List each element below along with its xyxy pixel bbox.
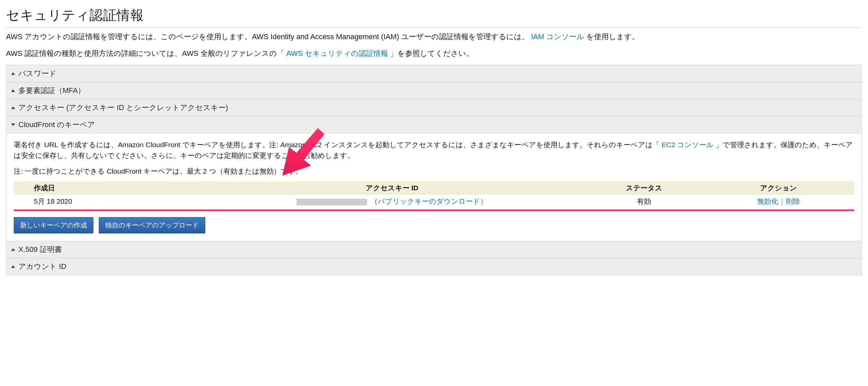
cloudfront-description-1: 署名付き URL を作成するには、Amazon CloudFront でキーペア… [14,139,854,161]
page-title: セキュリティ認証情報 [6,6,862,25]
download-public-key-link[interactable]: （パブリックキーのダウンロード） [371,197,487,205]
disable-link[interactable]: 無効化 [757,197,778,205]
caret-up-icon [11,72,15,75]
accordion-label: CloudFront のキーペア [19,120,95,130]
accordion-item-cloudfront: CloudFront のキーペア 署名付き URL を作成するには、Amazon… [6,116,862,241]
caret-down-icon [11,124,15,126]
accordion-item-mfa: 多要素認証（MFA） [6,82,862,99]
caret-up-icon [11,248,15,251]
cell-status: 有効 [585,195,703,208]
cell-access-key-id: （パブリックキーのダウンロード） [198,195,585,208]
desc-text: 署名付き URL を作成するには、Amazon CloudFront でキーペア… [14,141,662,148]
accordion-header-mfa[interactable]: 多要素認証（MFA） [6,82,862,99]
col-header-created: 作成日 [14,181,198,195]
redacted-key-id [297,199,367,205]
button-row: 新しいキーペアの作成 独自のキーペアのアップロード [14,217,854,234]
intro-section: AWS アカウントの認証情報を管理するには、このページを使用します。AWS Id… [6,27,862,59]
caret-up-icon [11,265,15,268]
intro-paragraph-2: AWS 認証情報の種類と使用方法の詳細については、AWS 全般のリファレンスの「… [6,48,862,59]
accordion-label: X.509 証明書 [19,245,62,254]
intro-text: を使用します。 [584,32,639,41]
iam-console-link[interactable]: IAM コンソール [531,32,584,41]
intro-text: AWS アカウントの認証情報を管理するには、このページを使用します。AWS Id… [6,32,531,41]
ec2-console-link[interactable]: EC2 コンソール [662,141,714,148]
accordion-header-password[interactable]: パスワード [6,65,862,82]
accordion-item-password: パスワード [6,65,862,82]
cell-created: 5月 18 2020 [14,195,198,208]
table-header-row: 作成日 アクセスキー ID ステータス アクション [14,181,854,195]
table-row: 5月 18 2020 （パブリックキーのダウンロード） 有効 無効化 | 削除 [14,195,854,208]
annotation-underline [14,209,854,211]
cell-action: 無効化 | 削除 [703,195,854,208]
aws-security-credentials-link[interactable]: AWS セキュリティの認証情報 [286,49,388,58]
col-header-action: アクション [703,181,854,195]
accordion-header-account-id[interactable]: アカウント ID [6,258,862,275]
accordion-item-access-keys: アクセスキー (アクセスキー ID とシークレットアクセスキー) [6,99,862,116]
accordion-label: パスワード [19,69,57,79]
accordion-item-account-id: アカウント ID [6,258,862,275]
accordion-header-cloudfront[interactable]: CloudFront のキーペア [6,116,862,133]
intro-text: AWS 認証情報の種類と使用方法の詳細については、AWS 全般のリファレンスの「 [6,49,286,58]
accordion-header-access-keys[interactable]: アクセスキー (アクセスキー ID とシークレットアクセスキー) [6,99,862,116]
intro-paragraph-1: AWS アカウントの認証情報を管理するには、このページを使用します。AWS Id… [6,31,862,42]
delete-link[interactable]: 削除 [786,197,800,205]
cloudfront-description-2: 注: 一度に持つことができる CloudFront キーペアは、最大 2 つ（有… [14,166,854,177]
accordion-label: 多要素認証（MFA） [19,85,85,96]
accordion-label: アカウント ID [19,261,66,272]
accordion-header-x509[interactable]: X.509 証明書 [6,241,862,258]
caret-up-icon [11,89,15,92]
accordion-item-x509: X.509 証明書 [6,241,862,258]
accordion-body-cloudfront: 署名付き URL を作成するには、Amazon CloudFront でキーペア… [6,133,862,241]
keypair-table: 作成日 アクセスキー ID ステータス アクション 5月 18 2020 （パブ… [14,181,854,208]
credentials-accordion: パスワード 多要素認証（MFA） アクセスキー (アクセスキー ID とシークレ… [6,65,862,276]
upload-keypair-button[interactable]: 独自のキーペアのアップロード [99,217,205,234]
intro-text: 」を参照してください。 [388,49,473,58]
col-header-status: ステータス [585,181,703,195]
col-header-access-key-id: アクセスキー ID [198,181,585,195]
caret-up-icon [11,106,15,109]
accordion-label: アクセスキー (アクセスキー ID とシークレットアクセスキー) [19,103,228,113]
create-keypair-button[interactable]: 新しいキーペアの作成 [14,217,93,234]
action-separator: | [778,197,786,205]
